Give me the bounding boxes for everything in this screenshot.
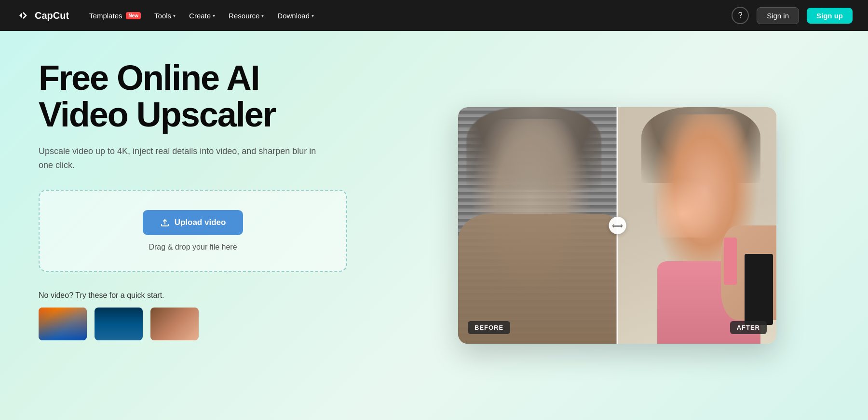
upload-icon (160, 218, 170, 227)
download-label: Download (277, 12, 310, 20)
after-label: AFTER (730, 321, 767, 334)
quickstart-label: No video? Try these for a quick start. (39, 291, 347, 300)
before-desaturate (458, 107, 617, 344)
signin-button[interactable]: Sign in (757, 7, 799, 24)
thumbnail-2-image (95, 308, 143, 340)
quickstart-thumbnails (39, 308, 347, 340)
thumbnail-1-image (39, 308, 87, 340)
tools-chevron-icon: ▾ (173, 13, 176, 18)
upload-dropzone[interactable]: Upload video Drag & drop your file here (39, 190, 347, 272)
nav-item-download[interactable]: Download ▾ (272, 9, 319, 23)
logo[interactable]: CapCut (15, 8, 69, 23)
nav-item-templates[interactable]: Templates New (84, 9, 146, 23)
resource-label: Resource (229, 12, 259, 20)
logo-text: CapCut (35, 10, 69, 21)
create-label: Create (189, 12, 211, 20)
upload-button-label: Upload video (175, 218, 226, 227)
hero-title-line2: Video Upscaler (39, 95, 275, 134)
create-chevron-icon: ▾ (213, 13, 215, 18)
after-strap (724, 238, 736, 285)
before-side (458, 107, 617, 344)
nav-item-tools[interactable]: Tools ▾ (149, 9, 180, 23)
resource-chevron-icon: ▾ (261, 13, 264, 18)
download-chevron-icon: ▾ (312, 13, 314, 18)
nav-item-resource[interactable]: Resource ▾ (224, 9, 269, 23)
drag-drop-text: Drag & drop your file here (149, 243, 237, 252)
navbar: CapCut Templates New Tools ▾ Create ▾ Re… (0, 0, 868, 31)
comparison-handle[interactable]: ⟺ (609, 217, 626, 234)
hero-subtitle: Upscale video up to 4K, inject real deta… (39, 144, 328, 172)
help-button[interactable]: ? (732, 7, 749, 24)
tools-label: Tools (154, 12, 171, 20)
hero-left-panel: Free Online AI Video Upscaler Upscale vi… (0, 31, 376, 420)
nav-items: Templates New Tools ▾ Create ▾ Resource … (84, 9, 319, 23)
svg-rect-0 (15, 8, 31, 23)
comparison-container: ⟺ BEFORE AFTER (458, 107, 776, 344)
templates-badge: New (126, 12, 141, 19)
signup-button[interactable]: Sign up (807, 8, 853, 24)
thumbnail-3-image (150, 308, 199, 340)
after-phone (745, 254, 773, 325)
after-side (617, 107, 776, 344)
navbar-right: ? Sign in Sign up (732, 7, 853, 24)
hero-title-line1: Free Online AI (39, 58, 259, 97)
upload-button[interactable]: Upload video (143, 210, 244, 235)
help-icon: ? (738, 11, 743, 20)
thumbnail-1[interactable] (39, 308, 87, 340)
comparison-divider: ⟺ (617, 107, 618, 344)
capcut-logo-icon (15, 8, 31, 23)
hero-title: Free Online AI Video Upscaler (39, 60, 347, 133)
navbar-left: CapCut Templates New Tools ▾ Create ▾ Re… (15, 8, 319, 23)
nav-item-create[interactable]: Create ▾ (184, 9, 220, 23)
templates-label: Templates (89, 12, 122, 20)
comparison-panel: ⟺ BEFORE AFTER (376, 31, 868, 420)
thumbnail-3[interactable] (150, 308, 199, 340)
before-label: BEFORE (468, 321, 510, 334)
main-content: Free Online AI Video Upscaler Upscale vi… (0, 31, 868, 420)
handle-icon: ⟺ (612, 221, 623, 230)
after-smile-highlight (657, 178, 721, 238)
thumbnail-2[interactable] (95, 308, 143, 340)
